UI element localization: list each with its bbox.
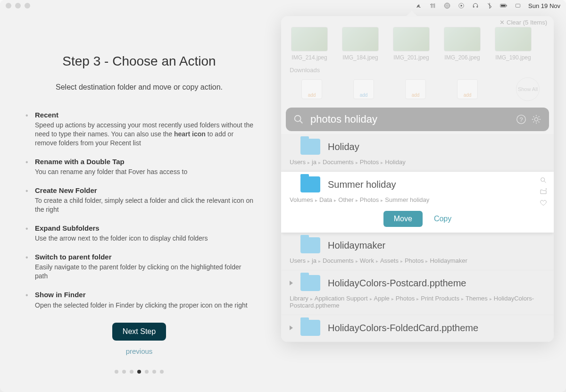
chevron-right-icon: ▸ — [318, 160, 321, 165]
thumbnail-label: IMG_214.jpeg — [291, 54, 327, 61]
folder-icon — [300, 139, 320, 155]
pager-dot[interactable] — [152, 370, 156, 374]
heart-icon-label: heart icon — [174, 130, 206, 138]
fover-panel-container: ✕ Clear (5 Items) IMG_214.jpegIMG_184.jp… — [278, 11, 566, 392]
result-item[interactable]: HolidayUsers▸ja▸Documents▸Photos▸Holiday — [281, 134, 554, 172]
path-segment: Work — [360, 257, 374, 264]
download-item[interactable]: add — [295, 79, 328, 99]
result-title: Holidaymaker — [328, 240, 385, 251]
next-step-button[interactable]: Next Step — [112, 323, 166, 341]
tip-body: Use the arrow next to the folder icon to… — [35, 234, 208, 242]
thumbnail-image — [393, 27, 430, 51]
search-actions: ? — [516, 114, 541, 125]
heart-icon[interactable] — [540, 199, 547, 207]
download-file-icon: add — [457, 79, 478, 99]
chevron-right-icon: ▸ — [400, 259, 403, 264]
new-folder-icon[interactable] — [540, 188, 547, 195]
gear-icon[interactable] — [531, 114, 541, 125]
tip-title: Create New Folder — [35, 186, 255, 195]
search-icon — [293, 114, 304, 125]
result-head: HolidayColors-Postcard.pptheme — [290, 275, 545, 291]
step-subtitle: Select destination folder and move or co… — [24, 83, 255, 92]
zoom-window-button[interactable] — [25, 3, 30, 8]
thumbnail-row: IMG_214.jpegIMG_184.jpegIMG_201.jpegIMG_… — [281, 27, 554, 65]
copy-button[interactable]: Copy — [434, 215, 451, 223]
pager-dot[interactable] — [137, 370, 141, 374]
pager-dot[interactable] — [115, 370, 118, 374]
download-item[interactable]: add — [451, 79, 484, 99]
result-path[interactable]: Users▸ja▸Documents▸Photos▸Holiday — [290, 158, 545, 166]
path-segment: Library — [290, 295, 308, 302]
menubar-date[interactable]: Sun 19 Nov — [528, 2, 560, 9]
result-item[interactable]: HolidayColors-Postcard.ppthemeLibrary▸Ap… — [281, 270, 554, 315]
expand-triangle-icon[interactable] — [290, 325, 293, 330]
result-item[interactable]: Summer holidayVolumes▸Data▸Other▸Photos▸… — [281, 172, 554, 233]
result-title: Summer holiday — [328, 179, 396, 190]
window-controls — [6, 3, 30, 8]
svg-point-12 — [534, 117, 538, 121]
panel-caret-icon — [405, 11, 419, 17]
chevron-right-icon: ▸ — [381, 160, 383, 165]
download-file-icon: add — [353, 79, 374, 99]
path-segment: Themes — [466, 295, 488, 302]
path-segment: Volumes — [290, 196, 313, 203]
tip-title: Show in Finder — [35, 290, 255, 300]
thumbnail-item[interactable]: IMG_190.jpeg — [492, 27, 534, 61]
result-head: Holidaymaker — [290, 237, 545, 253]
folder-icon — [300, 237, 320, 253]
clear-label: Clear (5 Items) — [507, 19, 547, 26]
path-segment: Apple — [374, 295, 390, 302]
chevron-right-icon: ▸ — [490, 296, 492, 301]
headphones-icon — [472, 2, 479, 9]
step-title: Step 3 - Choose an Action — [24, 54, 255, 69]
path-segment: Assets — [380, 257, 399, 264]
thumbnail-image — [444, 27, 481, 51]
pager-dot[interactable] — [160, 370, 164, 374]
result-path[interactable]: Library▸Application Support▸Apple▸Photos… — [290, 295, 545, 309]
download-file-icon: add — [301, 79, 322, 99]
expand-triangle-icon[interactable] — [290, 281, 293, 285]
pager-dot[interactable] — [145, 370, 149, 374]
thumbnail-item[interactable]: IMG_214.jpeg — [289, 27, 330, 61]
move-button[interactable]: Move — [383, 211, 423, 227]
play-icon — [458, 2, 465, 9]
tip-body: To create a child folder, simply select … — [35, 197, 253, 213]
pager-dot[interactable] — [122, 370, 126, 374]
fover-panel: ✕ Clear (5 Items) IMG_214.jpegIMG_184.jp… — [281, 16, 554, 342]
thumbnail-item[interactable]: IMG_184.jpeg — [340, 27, 381, 61]
show-all-button[interactable]: Show All — [516, 77, 540, 101]
thumbnail-item[interactable]: IMG_201.jpeg — [391, 27, 432, 61]
close-window-button[interactable] — [6, 3, 11, 8]
tip-body: Speed up actions by accessing your most … — [35, 121, 253, 147]
path-segment: Summer holiday — [385, 196, 429, 203]
download-item[interactable]: add — [347, 79, 380, 99]
svg-point-1 — [445, 4, 449, 8]
search-input[interactable]: photos holiday — [310, 113, 509, 125]
tip-item: Rename with a Double TapYou can rename a… — [24, 157, 255, 176]
chevron-right-icon: ▸ — [381, 198, 383, 203]
thumbnail-item[interactable]: IMG_206.jpeg — [441, 27, 483, 61]
app-window: Sun 19 Nov Step 3 - Choose an Action Sel… — [0, 0, 566, 392]
path-segment: Photos — [396, 295, 415, 302]
download-item[interactable]: add — [399, 79, 432, 99]
path-segment: Documents — [323, 158, 354, 166]
tip-body: Open the selected folder in Finder by cl… — [35, 301, 248, 309]
reveal-in-finder-icon[interactable] — [540, 176, 547, 184]
help-icon[interactable]: ? — [516, 114, 526, 125]
thumbnail-image — [291, 27, 328, 51]
result-path[interactable]: Volumes▸Data▸Other▸Photos▸Summer holiday — [290, 196, 545, 203]
result-title: Holiday — [328, 142, 359, 152]
path-segment: Users — [290, 257, 306, 264]
tip-item: Create New FolderTo create a child folde… — [24, 186, 255, 214]
pager-dot[interactable] — [130, 370, 133, 374]
result-item[interactable]: HolidayColors-FoldedCard.pptheme — [281, 315, 554, 342]
downloads-heading: Downloads — [281, 65, 554, 77]
result-item[interactable]: HolidaymakerUsers▸ja▸Documents▸Work▸Asse… — [281, 233, 554, 270]
tip-title: Expand Subfolders — [35, 224, 255, 233]
chevron-right-icon: ▸ — [376, 259, 378, 264]
minimize-window-button[interactable] — [15, 3, 21, 8]
clear-button[interactable]: ✕ Clear (5 Items) — [499, 19, 547, 26]
result-head: HolidayColors-FoldedCard.pptheme — [290, 320, 545, 336]
previous-link[interactable]: previous — [24, 347, 255, 355]
result-path[interactable]: Users▸ja▸Documents▸Work▸Assets▸Photos▸Ho… — [290, 257, 545, 264]
